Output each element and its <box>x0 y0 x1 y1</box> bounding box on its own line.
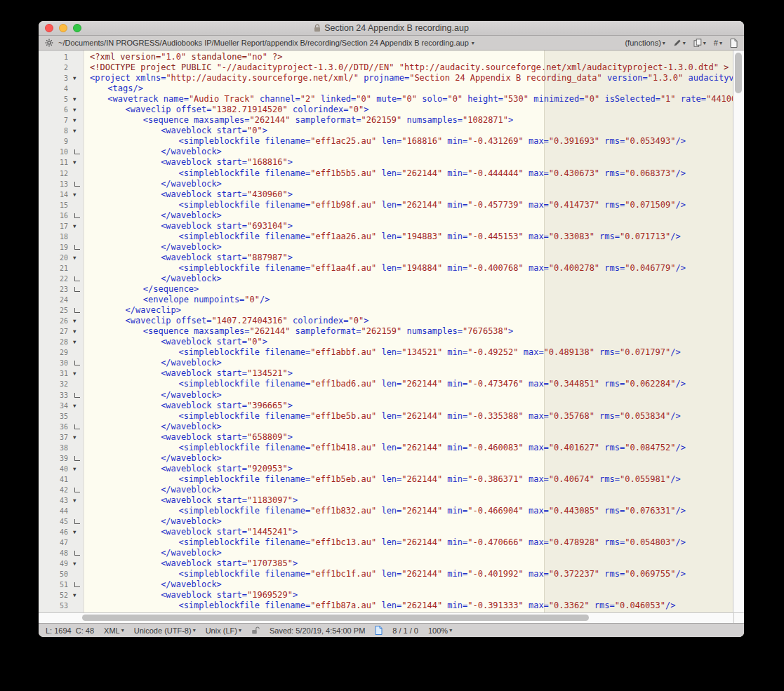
code-line[interactable]: 43▼<waveblock start="1183097"> <box>39 495 733 506</box>
code-text[interactable]: </waveblock> <box>86 274 733 284</box>
fold-open-icon[interactable]: ▼ <box>73 558 77 569</box>
code-text[interactable]: </waveblock> <box>86 516 733 527</box>
code-text[interactable]: <waveblock start="0"> <box>86 337 733 347</box>
code-text[interactable]: <simpleblockfile filename="eff1b87a.au" … <box>86 601 733 611</box>
code-text[interactable]: <simpleblockfile filename="eff1aa4f.au" … <box>86 263 733 274</box>
fold-open-icon[interactable]: ▼ <box>73 105 77 115</box>
code-line[interactable]: 25</waveclip> <box>39 305 733 316</box>
code-line[interactable]: 49▼<waveblock start="1707385"> <box>39 558 733 569</box>
code-line[interactable]: 15<simpleblockfile filename="eff1b98f.au… <box>39 200 733 210</box>
fold-open-icon[interactable]: ▼ <box>73 401 77 411</box>
code-line[interactable]: 3▼<project xmlns="http://audacity.source… <box>39 73 733 83</box>
code-text[interactable]: <sequence maxsamples="262144" sampleform… <box>86 115 733 126</box>
code-line[interactable]: 22</waveblock> <box>39 274 733 284</box>
code-line[interactable]: 29<simpleblockfile filename="eff1abbf.au… <box>39 347 733 358</box>
gear-icon[interactable] <box>45 39 53 47</box>
code-text[interactable]: </waveblock> <box>86 147 733 157</box>
code-text[interactable]: </waveblock> <box>86 179 733 189</box>
code-text[interactable]: </waveblock> <box>86 453 733 464</box>
code-line[interactable]: 10</waveblock> <box>39 147 733 157</box>
code-text[interactable]: <project xmlns="http://audacity.sourcefo… <box>86 73 733 83</box>
fold-open-icon[interactable]: ▼ <box>73 115 77 126</box>
code-line[interactable]: 28▼<waveblock start="0"> <box>39 337 733 347</box>
code-line[interactable]: 19</waveblock> <box>39 242 733 253</box>
zoom-menu[interactable]: 100% ▾ <box>428 626 452 635</box>
code-line[interactable]: 36</waveblock> <box>39 422 733 432</box>
code-line[interactable]: 30</waveblock> <box>39 358 733 368</box>
code-line[interactable]: 16</waveblock> <box>39 210 733 221</box>
code-line[interactable]: 52▼<waveblock start="1969529"> <box>39 590 733 601</box>
file-path-menu[interactable]: ~/Documents/IN PROGRESS/Audiobooks IP/Mu… <box>58 39 474 47</box>
code-text[interactable]: <waveblock start="1183097"> <box>86 495 733 506</box>
code-text[interactable]: <waveblock start="920953"> <box>86 464 733 474</box>
markers-menu[interactable]: # ▾ <box>714 39 722 47</box>
code-text[interactable]: <simpleblockfile filename="eff1bad6.au" … <box>86 379 733 389</box>
code-line[interactable]: 53<simpleblockfile filename="eff1b87a.au… <box>39 601 733 611</box>
code-line[interactable]: 38<simpleblockfile filename="eff1b418.au… <box>39 443 733 453</box>
code-text[interactable]: <waveblock start="396665"> <box>86 401 733 411</box>
minimize-button[interactable] <box>59 24 67 32</box>
unlocked-padlock-icon[interactable] <box>251 626 260 635</box>
pencil-menu[interactable]: ▾ <box>673 39 686 47</box>
code-line[interactable]: 4<tags/> <box>39 83 733 94</box>
fold-open-icon[interactable]: ▼ <box>73 316 77 326</box>
code-text[interactable]: <simpleblockfile filename="eff1abbf.au" … <box>86 347 733 358</box>
code-text[interactable]: </waveclip> <box>86 305 733 316</box>
code-text[interactable]: <waveblock start="1445241"> <box>86 527 733 537</box>
code-line[interactable]: 48</waveblock> <box>39 548 733 558</box>
code-line[interactable]: 44<simpleblockfile filename="eff1b832.au… <box>39 506 733 516</box>
fold-open-icon[interactable]: ▼ <box>73 189 77 200</box>
fold-open-icon[interactable]: ▼ <box>73 337 77 347</box>
code-text[interactable]: <waveblock start="1707385"> <box>86 558 733 569</box>
fold-open-icon[interactable]: ▼ <box>73 464 77 474</box>
code-text[interactable]: <waveblock start="658809"> <box>86 432 733 443</box>
code-line[interactable]: 12<simpleblockfile filename="eff1b5b5.au… <box>39 168 733 179</box>
code-text[interactable]: </waveblock> <box>86 548 733 558</box>
code-line[interactable]: 34▼<waveblock start="396665"> <box>39 401 733 411</box>
code-line[interactable]: 18<simpleblockfile filename="eff1aa26.au… <box>39 232 733 242</box>
code-line[interactable]: 42</waveblock> <box>39 485 733 495</box>
fold-open-icon[interactable]: ▼ <box>73 368 77 379</box>
zoom-button[interactable] <box>73 24 81 32</box>
code-text[interactable]: <simpleblockfile filename="eff1b98f.au" … <box>86 200 733 210</box>
documents-menu[interactable]: ▾ <box>693 39 706 47</box>
code-line[interactable]: 20▼<waveblock start="887987"> <box>39 253 733 263</box>
code-text[interactable]: <waveblock start="0"> <box>86 126 733 136</box>
code-text[interactable]: <simpleblockfile filename="eff1ac25.au" … <box>86 136 733 147</box>
code-text[interactable]: <waveclip offset="1407.27404316" colorin… <box>86 316 733 326</box>
code-line[interactable]: 6▼<waveclip offset="1382.71914520" color… <box>39 105 733 115</box>
fold-open-icon[interactable]: ▼ <box>73 326 77 337</box>
code-line[interactable]: 32<simpleblockfile filename="eff1bad6.au… <box>39 379 733 389</box>
code-line[interactable]: 50<simpleblockfile filename="eff1bc1f.au… <box>39 569 733 579</box>
vertical-scrollbar[interactable] <box>733 51 744 612</box>
horizontal-scrollbar[interactable] <box>39 612 744 623</box>
line-ending-menu[interactable]: Unix (LF) ▾ <box>206 626 241 635</box>
code-line[interactable]: 5▼<wavetrack name="Audio Track" channel=… <box>39 94 733 105</box>
fold-open-icon[interactable]: ▼ <box>73 126 77 136</box>
code-text[interactable]: <simpleblockfile filename="eff1b418.au" … <box>86 443 733 453</box>
code-text[interactable]: <waveblock start="134521"> <box>86 368 733 379</box>
code-line[interactable]: 13</waveblock> <box>39 179 733 189</box>
functions-menu[interactable]: (functions) ▾ <box>625 39 665 47</box>
code-line[interactable]: 45</waveblock> <box>39 516 733 527</box>
code-line[interactable]: 23</sequence> <box>39 284 733 295</box>
code-line[interactable]: 9<simpleblockfile filename="eff1ac25.au"… <box>39 136 733 147</box>
fold-open-icon[interactable]: ▼ <box>73 590 77 601</box>
code-text[interactable]: </waveblock> <box>86 579 733 590</box>
code-text[interactable]: <simpleblockfile filename="eff1b5b5.au" … <box>86 168 733 179</box>
language-menu[interactable]: XML ▾ <box>104 626 124 635</box>
code-rows[interactable]: 1<?xml version="1.0" standalone="no" ?>2… <box>39 51 733 612</box>
code-line[interactable]: 37▼<waveblock start="658809"> <box>39 432 733 443</box>
fold-open-icon[interactable]: ▼ <box>73 432 77 443</box>
lock-icon[interactable] <box>314 24 321 32</box>
code-line[interactable]: 21<simpleblockfile filename="eff1aa4f.au… <box>39 263 733 274</box>
code-text[interactable]: <?xml version="1.0" standalone="no" ?> <box>86 52 733 62</box>
fold-open-icon[interactable]: ▼ <box>73 73 77 83</box>
code-line[interactable]: 24<envelope numpoints="0"/> <box>39 295 733 305</box>
code-line[interactable]: 27▼<sequence maxsamples="262144" samplef… <box>39 326 733 337</box>
close-button[interactable] <box>45 24 53 32</box>
code-text[interactable]: </sequence> <box>86 284 733 295</box>
fold-open-icon[interactable]: ▼ <box>73 157 77 168</box>
code-text[interactable]: </waveblock> <box>86 422 733 432</box>
encoding-menu[interactable]: Unicode (UTF-8) ▾ <box>134 626 196 635</box>
